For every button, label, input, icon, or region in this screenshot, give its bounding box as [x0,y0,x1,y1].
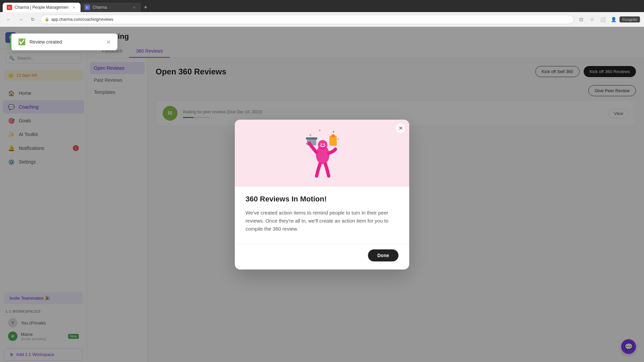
tab-close-1[interactable]: ✕ [71,5,76,10]
svg-point-11 [321,143,322,145]
svg-point-12 [323,143,325,145]
incognito-badge: Incognito [620,16,640,22]
tab-close-2[interactable]: ✕ [131,5,137,10]
modal-illustration-svg: ★ ✦ ✦ ★ ✦ [302,126,342,180]
new-tab-button[interactable]: + [141,3,150,12]
modal-illustration: ✕ ★ ✦ ✦ ★ ✦ [235,120,409,187]
tab-title-1: Charma | People Management S... [15,5,68,10]
forward-button[interactable]: → [16,15,25,24]
modal-title: 360 Reviews In Motion! [246,195,398,203]
profile-icon[interactable]: 👤 [609,15,618,24]
tab-favicon-2: C [85,5,90,10]
modal-overlay[interactable]: ✕ ★ ✦ ✦ ★ ✦ [0,27,644,362]
svg-text:★: ★ [309,133,312,137]
bookmark-icon[interactable]: ☆ [587,15,597,24]
modal-360-reviews: ✕ ★ ✦ ✦ ★ ✦ [235,120,409,269]
toast-notification: ✅ Review created ✕ [10,34,117,50]
back-button[interactable]: ← [4,15,13,24]
tab-favicon-1: C [7,5,12,10]
extensions-icon[interactable]: ⬜ [598,15,607,24]
toast-close-button[interactable]: ✕ [106,39,111,45]
modal-body-text: We've created action items to remind peo… [246,209,398,233]
address-text: app.charma.com/coaching/reviews [51,17,113,22]
toast-text: Review created [30,39,102,45]
browser-tab-active[interactable]: C Charma | People Management S... ✕ [3,3,80,12]
modal-body: 360 Reviews In Motion! We've created act… [235,187,409,244]
svg-rect-7 [329,136,337,146]
cast-icon[interactable]: ⊡ [577,15,586,24]
modal-done-button[interactable]: Done [368,249,398,261]
address-bar[interactable]: 🔒 app.charma.com/coaching/reviews [40,15,574,24]
svg-text:✦: ✦ [332,130,335,134]
security-lock-icon: 🔒 [45,17,49,21]
refresh-button[interactable]: ↻ [28,15,38,24]
svg-text:✦: ✦ [319,129,321,132]
browser-tab-inactive[interactable]: C Charma ✕ [80,3,141,12]
svg-point-10 [318,140,327,149]
svg-rect-8 [331,134,335,137]
svg-rect-6 [306,137,317,139]
svg-text:★: ★ [337,138,339,140]
toast-success-icon: ✅ [18,38,25,46]
tab-title-2: Charma [93,5,107,10]
modal-footer: Done [235,244,409,269]
modal-close-button[interactable]: ✕ [396,124,405,133]
